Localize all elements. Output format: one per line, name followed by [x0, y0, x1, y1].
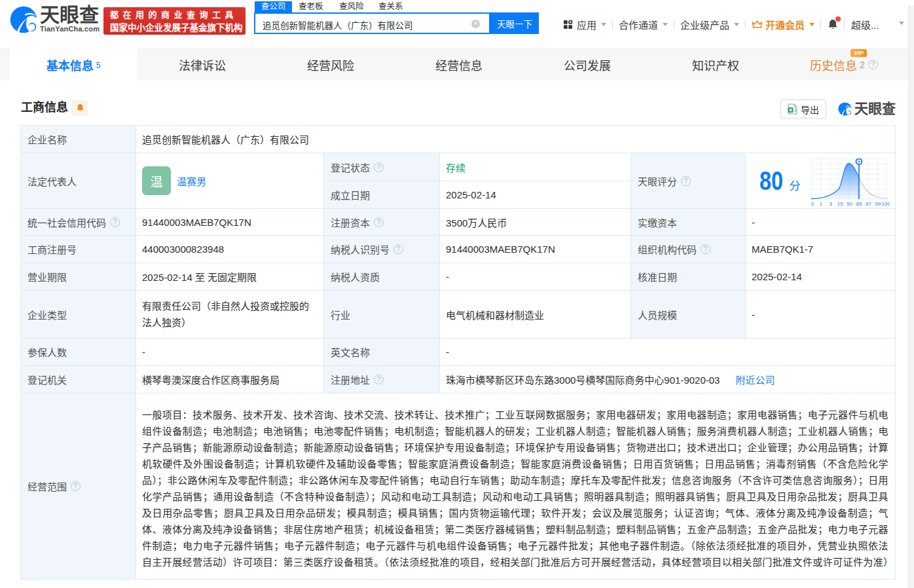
svg-text:1: 1	[819, 200, 822, 206]
svg-text:0: 0	[811, 200, 814, 206]
svg-text:3: 3	[829, 200, 832, 206]
svg-text:85: 85	[856, 200, 862, 206]
svg-text:99: 99	[875, 200, 881, 206]
svg-text:100: 100	[881, 200, 890, 206]
svg-text:15: 15	[837, 200, 843, 206]
svg-text:50: 50	[847, 200, 852, 206]
svg-text:97: 97	[865, 200, 871, 206]
